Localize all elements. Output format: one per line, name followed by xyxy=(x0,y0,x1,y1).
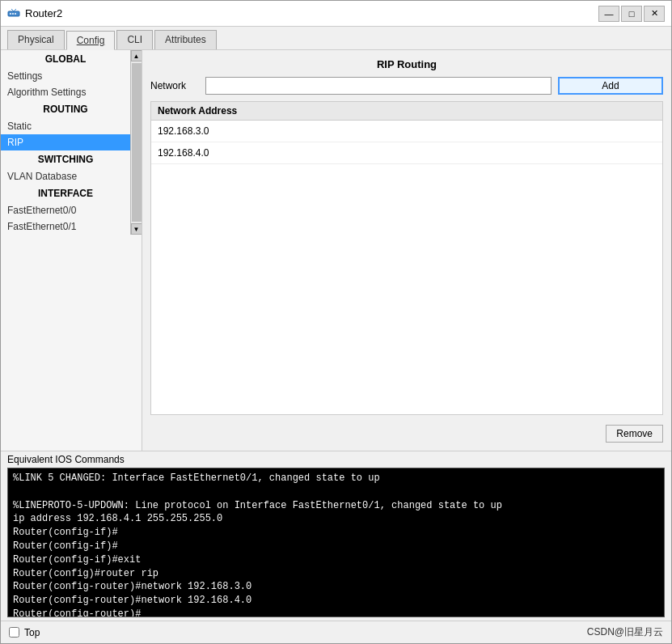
console-line: Router(config)#router rip xyxy=(13,567,659,581)
svg-point-2 xyxy=(12,13,14,15)
title-bar-left: Router2 xyxy=(7,7,62,20)
maximize-button[interactable]: □ xyxy=(621,6,642,22)
sidebar-scrolltrack: ▲ ▼ xyxy=(130,50,142,235)
console-line: %LINEPROTO-5-UPDOWN: Line protocol on In… xyxy=(13,499,659,513)
console-label: Equivalent IOS Commands xyxy=(1,451,671,468)
sidebar-item-vlan-database[interactable]: VLAN Database xyxy=(1,168,130,184)
rip-routing-title: RIP Routing xyxy=(150,58,663,70)
table-area: Network Address 192.168.3.0 192.168.4.0 … xyxy=(150,101,663,443)
network-table: Network Address 192.168.3.0 192.168.4.0 xyxy=(150,101,663,415)
right-panel-inner: RIP Routing Network Add Network Address … xyxy=(150,58,663,443)
window-title: Router2 xyxy=(25,7,62,19)
sidebar-item-fastethernet00[interactable]: FastEthernet0/0 xyxy=(1,202,130,218)
title-bar: Router2 — □ ✕ xyxy=(1,1,671,27)
router-icon xyxy=(7,7,20,20)
scroll-down-arrow[interactable]: ▼ xyxy=(131,223,142,235)
right-panel: RIP Routing Network Add Network Address … xyxy=(142,50,671,451)
scroll-up-arrow[interactable]: ▲ xyxy=(131,50,142,61)
sidebar-header-routing: ROUTING xyxy=(1,100,130,118)
console-line: Router(config-if)# xyxy=(13,540,659,553)
tabs-bar: Physical Config CLI Attributes xyxy=(1,27,671,50)
sidebar: GLOBAL Settings Algorithm Settings ROUTI… xyxy=(1,50,142,451)
console-line: Router(config-if)# xyxy=(13,526,659,540)
watermark: CSDN@旧星月云 xyxy=(587,625,663,639)
sidebar-item-static[interactable]: Static xyxy=(1,118,130,134)
add-button[interactable]: Add xyxy=(558,77,663,95)
network-label: Network xyxy=(150,80,199,91)
svg-point-3 xyxy=(15,13,16,15)
console-line: Router(config-router)#network 192.168.4.… xyxy=(13,594,659,608)
table-row[interactable]: 192.168.4.0 xyxy=(151,142,662,164)
sidebar-item-rip[interactable]: RIP xyxy=(1,134,130,150)
main-window: Router2 — □ ✕ Physical Config CLI Attrib… xyxy=(0,0,672,644)
tab-cli[interactable]: CLI xyxy=(116,30,153,49)
network-input[interactable] xyxy=(205,77,552,95)
svg-point-1 xyxy=(10,13,11,15)
sidebar-content: GLOBAL Settings Algorithm Settings ROUTI… xyxy=(1,50,130,235)
sidebar-item-algorithm-settings[interactable]: Algorithm Settings xyxy=(1,84,130,100)
console-line: ip address 192.168.4.1 255.255.255.0 xyxy=(13,512,659,526)
network-table-header: Network Address xyxy=(151,102,662,121)
sidebar-header-global: GLOBAL xyxy=(1,50,130,68)
console-line: %LINK 5 CHANGED: Interface FastEthernet0… xyxy=(13,472,659,485)
tab-attributes[interactable]: Attributes xyxy=(154,30,217,49)
footer-left: Top xyxy=(9,627,40,638)
scroll-thumb[interactable] xyxy=(132,63,142,222)
sidebar-header-interface: INTERFACE xyxy=(1,184,130,202)
top-label: Top xyxy=(24,627,40,638)
sidebar-scroll-wrapper: GLOBAL Settings Algorithm Settings ROUTI… xyxy=(1,50,142,235)
minimize-button[interactable]: — xyxy=(598,6,619,22)
footer-bar: Top CSDN@旧星月云 xyxy=(1,621,671,643)
close-button[interactable]: ✕ xyxy=(644,6,665,22)
tab-physical[interactable]: Physical xyxy=(7,30,65,49)
console-line: Router(config-router)# xyxy=(13,608,659,617)
network-row: Network Add xyxy=(150,77,663,95)
sidebar-item-settings[interactable]: Settings xyxy=(1,68,130,84)
console-line: Router(config-router)#network 192.168.3.… xyxy=(13,580,659,594)
remove-button[interactable]: Remove xyxy=(606,425,663,443)
sidebar-header-switching: SWITCHING xyxy=(1,150,130,168)
console[interactable]: %LINK 5 CHANGED: Interface FastEthernet0… xyxy=(7,468,665,617)
table-row[interactable]: 192.168.3.0 xyxy=(151,121,662,142)
console-line: Router(config-if)#exit xyxy=(13,553,659,567)
tab-config[interactable]: Config xyxy=(66,31,116,50)
console-line xyxy=(13,485,659,499)
top-checkbox[interactable] xyxy=(9,627,19,638)
sidebar-item-fastethernet01[interactable]: FastEthernet0/1 xyxy=(1,218,130,235)
title-buttons: — □ ✕ xyxy=(598,6,665,22)
main-content: GLOBAL Settings Algorithm Settings ROUTI… xyxy=(1,50,671,451)
bottom-section: Equivalent IOS Commands %LINK 5 CHANGED:… xyxy=(1,451,671,621)
